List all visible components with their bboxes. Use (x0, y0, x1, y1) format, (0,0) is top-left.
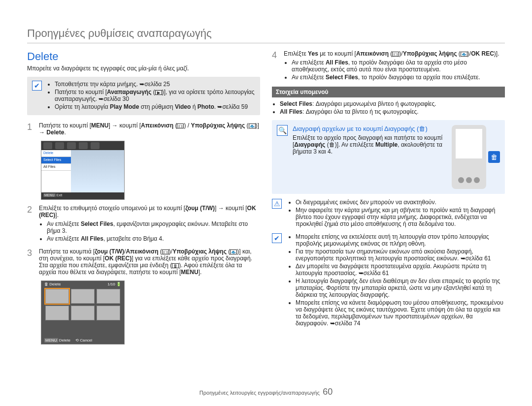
tip-title: Διαγραφή αρχείων με το κουμπί Διαγραφής … (293, 125, 443, 132)
step-number: 2 (27, 205, 34, 243)
scr-delete-header: Delete (41, 150, 71, 157)
device-illustration (452, 125, 486, 189)
submenu-items: Select Files: Διαγράφει μεμονωμένα βίντε… (272, 100, 505, 115)
topic-title: Delete (27, 50, 260, 63)
magnifier-icon: 🔍 (277, 125, 288, 136)
section-heading: Προηγμένες ρυθμίσεις αναπαραγωγής (27, 27, 505, 43)
scr-select-files: Select Files (41, 157, 71, 164)
step-1: 1 Πατήστε το κουμπί [MENU] → κουμπί [Απε… (27, 122, 260, 136)
submenu-header: Στοιχεία υπομενού (272, 87, 505, 97)
step-2: 2 Επιλέξτε το επιθυμητό στοιχείο υπομενο… (27, 205, 260, 243)
checkmark-icon: ✔ (272, 233, 282, 243)
underwater-icon: 🐟 (249, 124, 256, 128)
warning-box: ⚠ Οι διεγραμμένες εικόνες δεν μπορούν να… (272, 199, 505, 228)
trash-button-callout: 🗑 (488, 151, 500, 163)
play-icon: ▶ (155, 90, 162, 95)
step-4: 4 Επιλέξτε Yes με το κουμπί [Απεικόνιση … (272, 50, 505, 82)
display-icon: |□| (392, 52, 399, 57)
step-number: 4 (272, 50, 279, 82)
warning-icon: ⚠ (272, 199, 282, 209)
step-number: 1 (27, 122, 34, 136)
prerequisite-box: ✔ Τοποθετήστε την κάρτα μνήμης. ➥σελίδα … (27, 77, 260, 115)
camera-menu-screenshot: Delete Select Files All Files MENU Exit (41, 141, 125, 200)
step-number: 3 (27, 248, 34, 276)
underwater-icon: 🐟 (230, 250, 237, 254)
page-footer: Προηγμένες λειτουργίες εγγραφής/αναπαραγ… (0, 387, 532, 397)
scr-all-files: All Files (41, 164, 71, 171)
checkmark-icon: ✔ (32, 81, 42, 91)
underwater-icon: 🐟 (461, 52, 467, 57)
step-3: 3 Πατήστε τα κουμπιά [ζουμ (T/W)/Απεικόν… (27, 248, 260, 276)
thumbnail-selection-screenshot: 🗑 Delete1/10 🔋 MENU Delete⟲ Cancel (41, 281, 125, 344)
intro-text: Μπορείτε να διαγράψετε τις εγγραφές σας … (27, 65, 260, 72)
prerequisite-list: Τοποθετήστε την κάρτα μνήμης. ➥σελίδα 25… (47, 81, 255, 111)
display-icon: |□| (162, 250, 169, 254)
tip-box: 🔍 Διαγραφή αρχείων με το κουμπί Διαγραφή… (272, 120, 505, 194)
trash-icon: 🗑 (172, 263, 179, 268)
note-box: ✔ Μπορείτε επίσης να εκτελέσετε αυτή τη … (272, 233, 505, 328)
display-icon: |□| (177, 124, 184, 128)
